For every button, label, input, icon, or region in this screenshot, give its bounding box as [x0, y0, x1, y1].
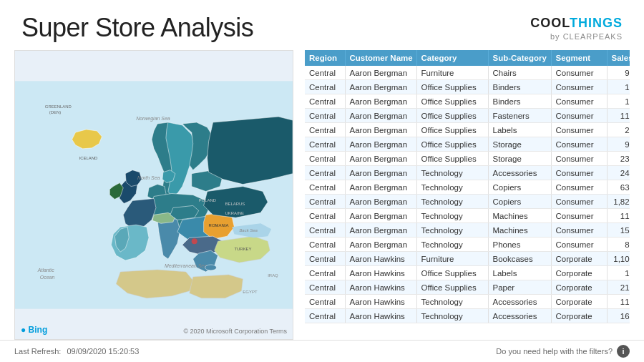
table-cell-sales: 245.07	[607, 166, 630, 180]
bing-logo: ● Bing	[21, 325, 47, 335]
svg-text:Mediterranean Sea: Mediterranean Sea	[165, 263, 207, 268]
table-cell-sub-category: Machines	[488, 223, 551, 238]
table-cell-segment: Consumer	[551, 137, 607, 152]
table-panel: RegionCustomer NameCategorySub-CategoryS…	[305, 50, 630, 340]
table-row[interactable]: CentralAaron BergmanOffice SuppliesBinde…	[305, 80, 630, 94]
table-cell-customer-name: Aaron Bergman	[345, 195, 416, 209]
table-cell-region: Central	[305, 295, 345, 309]
table-cell-region: Central	[305, 252, 345, 266]
table-cell-sub-category: Binders	[488, 94, 551, 109]
table-cell-customer-name: Aaron Bergman	[345, 223, 416, 238]
table-row[interactable]: CentralAaron BergmanFurnitureChairsConsu…	[305, 66, 630, 80]
svg-text:Atlantic: Atlantic	[37, 268, 54, 273]
svg-point-16	[192, 238, 197, 244]
table-row[interactable]: CentralAaron BergmanTechnologyMachinesCo…	[305, 209, 630, 223]
table-cell-customer-name: Aaron Hawkins	[345, 280, 416, 295]
data-table: RegionCustomer NameCategorySub-CategoryS…	[305, 50, 630, 323]
table-cell-segment: Consumer	[551, 209, 607, 223]
svg-text:ICELAND: ICELAND	[79, 156, 99, 160]
table-cell-sub-category: Labels	[488, 266, 551, 280]
table-cell-customer-name: Aaron Bergman	[345, 209, 416, 223]
table-cell-sub-category: Accessories	[488, 166, 551, 180]
table-cell-segment: Consumer	[551, 223, 607, 238]
map-panel: GREENLAND (DEN) Norwegian Sea ICELAND	[14, 50, 293, 340]
table-scroll-container[interactable]: RegionCustomer NameCategorySub-CategoryS…	[305, 50, 630, 340]
table-cell-segment: Corporate	[551, 280, 607, 295]
table-cell-category: Technology	[416, 209, 488, 223]
table-cell-customer-name: Aaron Bergman	[345, 123, 416, 137]
header: Super Store Analysis COOLTHINGS by CLEAR…	[0, 0, 644, 50]
last-refresh-label: Last Refresh:	[14, 347, 61, 356]
table-cell-region: Central	[305, 123, 345, 137]
last-refresh-value: 09/09/2020 15:20:53	[67, 347, 139, 356]
table-row[interactable]: CentralAaron HawkinsTechnologyAccessorie…	[305, 309, 630, 323]
table-cell-sales: 210.24	[607, 280, 630, 295]
table-cell-customer-name: Aaron Hawkins	[345, 252, 416, 266]
table-cell-customer-name: Aaron Bergman	[345, 238, 416, 252]
table-cell-category: Office Supplies	[416, 280, 488, 295]
table-row[interactable]: CentralAaron BergmanTechnologyCopiersCon…	[305, 195, 630, 209]
table-col-sales: Sales	[607, 50, 630, 66]
table-cell-sub-category: Paper	[488, 280, 551, 295]
table-cell-segment: Consumer	[551, 80, 607, 94]
table-col-category: Category	[416, 50, 488, 66]
table-header-row: RegionCustomer NameCategorySub-CategoryS…	[305, 50, 630, 66]
table-cell-sub-category: Storage	[488, 152, 551, 166]
table-row[interactable]: CentralAaron BergmanTechnologyCopiersCon…	[305, 180, 630, 195]
table-cell-category: Office Supplies	[416, 80, 488, 94]
table-cell-customer-name: Aaron Bergman	[345, 80, 416, 94]
table-cell-sales: 12.00	[607, 80, 630, 94]
table-cell-category: Office Supplies	[416, 137, 488, 152]
table-cell-sub-category: Bookcases	[488, 252, 551, 266]
table-row[interactable]: CentralAaron BergmanOffice SuppliesStora…	[305, 137, 630, 152]
page-title: Super Store Analysis	[21, 13, 253, 43]
table-cell-category: Technology	[416, 238, 488, 252]
table-cell-category: Office Supplies	[416, 109, 488, 123]
table-row[interactable]: CentralAaron HawkinsFurnitureBookcasesCo…	[305, 252, 630, 266]
table-cell-sub-category: Copiers	[488, 195, 551, 209]
table-cell-segment: Consumer	[551, 109, 607, 123]
svg-point-17	[205, 265, 217, 270]
table-col-segment: Segment	[551, 50, 607, 66]
table-row[interactable]: CentralAaron HawkinsOffice SuppliesPaper…	[305, 280, 630, 295]
footer: Last Refresh: 09/09/2020 15:20:53 Do you…	[0, 340, 644, 362]
table-cell-region: Central	[305, 166, 345, 180]
table-cell-segment: Corporate	[551, 266, 607, 280]
table-cell-region: Central	[305, 309, 345, 323]
table-row[interactable]: CentralAaron HawkinsTechnologyAccessorie…	[305, 295, 630, 309]
table-cell-segment: Consumer	[551, 66, 607, 80]
main-container: Super Store Analysis COOLTHINGS by CLEAR…	[0, 0, 644, 362]
svg-text:Norwegian Sea: Norwegian Sea	[136, 116, 170, 122]
table-cell-region: Central	[305, 209, 345, 223]
map-svg: GREENLAND (DEN) Norwegian Sea ICELAND	[15, 51, 293, 339]
table-cell-category: Office Supplies	[416, 94, 488, 109]
table-cell-sales: 117.12	[607, 295, 630, 309]
table-row[interactable]: CentralAaron BergmanOffice SuppliesLabel…	[305, 123, 630, 137]
table-cell-sales: 27.00	[607, 123, 630, 137]
table-cell-sales: 157.23	[607, 223, 630, 238]
info-button[interactable]: i	[617, 345, 630, 358]
footer-left: Last Refresh: 09/09/2020 15:20:53	[14, 347, 139, 356]
brand: COOLTHINGS by CLEARPEAKS	[530, 13, 623, 41]
table-cell-category: Technology	[416, 195, 488, 209]
table-row[interactable]: CentralAaron BergmanTechnologyPhonesCons…	[305, 238, 630, 252]
table-cell-sub-category: Phones	[488, 238, 551, 252]
table-cell-sub-category: Storage	[488, 137, 551, 152]
table-cell-region: Central	[305, 180, 345, 195]
table-row[interactable]: CentralAaron BergmanTechnologyMachinesCo…	[305, 223, 630, 238]
table-cell-segment: Corporate	[551, 295, 607, 309]
table-cell-customer-name: Aaron Bergman	[345, 137, 416, 152]
table-header: RegionCustomer NameCategorySub-CategoryS…	[305, 50, 630, 66]
table-cell-sales: 111.08	[607, 209, 630, 223]
table-cell-customer-name: Aaron Hawkins	[345, 266, 416, 280]
table-row[interactable]: CentralAaron BergmanTechnologyAccessorie…	[305, 166, 630, 180]
table-cell-region: Central	[305, 66, 345, 80]
table-row[interactable]: CentralAaron BergmanOffice SuppliesFaste…	[305, 109, 630, 123]
content-area: GREENLAND (DEN) Norwegian Sea ICELAND	[0, 50, 644, 340]
svg-text:EGYPT: EGYPT	[243, 290, 258, 294]
table-row[interactable]: CentralAaron BergmanOffice SuppliesBinde…	[305, 94, 630, 109]
table-cell-segment: Consumer	[551, 195, 607, 209]
table-row[interactable]: CentralAaron HawkinsOffice SuppliesLabel…	[305, 266, 630, 280]
table-row[interactable]: CentralAaron BergmanOffice SuppliesStora…	[305, 152, 630, 166]
table-cell-sub-category: Fasteners	[488, 109, 551, 123]
